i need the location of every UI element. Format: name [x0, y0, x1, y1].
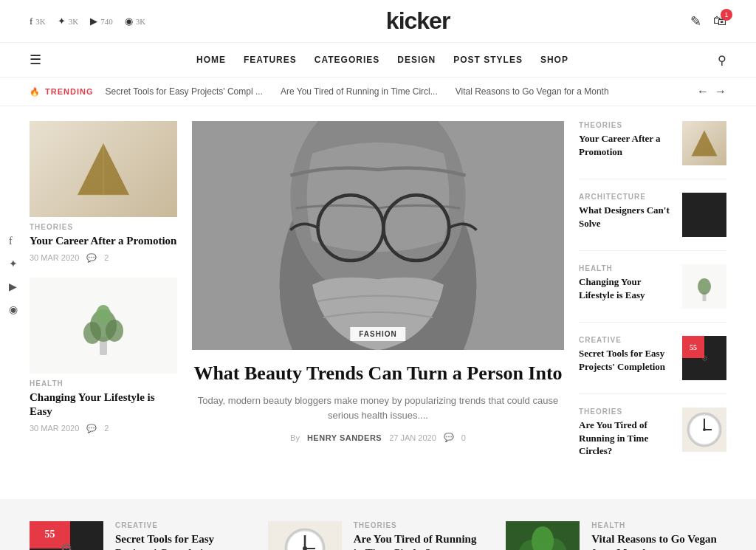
bottom-card-0-title: Secret Tools for Easy Projects' Completi…	[115, 532, 250, 550]
twitter-icon: ✦	[58, 16, 66, 27]
right-card-3[interactable]: CREATIVE Secret Tools for Easy Projects'…	[579, 336, 726, 394]
featured-author: HENRY SANDERS	[307, 433, 382, 442]
youtube-link[interactable]: ▶ 740	[90, 16, 113, 27]
twitter-link[interactable]: ✦ 3K	[58, 16, 78, 27]
instagram-icon: ◉	[125, 16, 133, 27]
right-card-4-text: THEORIES Are You Tired of Running in Tim…	[579, 408, 673, 458]
featured-title: What Beauty Trends Can Turn a Person Int…	[192, 362, 564, 386]
right-card-1-image	[682, 193, 726, 237]
nav-home[interactable]: HOME	[196, 55, 226, 65]
svg-point-6	[106, 320, 123, 342]
twitter-count: 3K	[69, 17, 78, 26]
comment-icon-featured: 💬	[444, 433, 454, 442]
right-card-1-text: ARCHITECTURE What Designers Can't Solve	[579, 193, 673, 230]
bottom-card-0-category: CREATIVE	[115, 521, 250, 529]
left-card-0-date: 30 MAR 2020	[30, 253, 79, 262]
trending-next[interactable]: →	[715, 85, 726, 98]
left-card-0-comments: 2	[104, 253, 109, 262]
instagram-link[interactable]: ◉ 3K	[125, 16, 145, 27]
trending-item-0[interactable]: Secret Tools for Easy Projects' Compl ..…	[105, 86, 262, 97]
bottom-card-0-image: 55 ⚙	[30, 521, 103, 550]
right-card-1-category: ARCHITECTURE	[579, 193, 673, 201]
bottom-card-2-title: Vital Reasons to Go Vegan for a Month	[591, 532, 726, 550]
left-card-0[interactable]: THEORIES Your Career After a Promotion 3…	[30, 121, 177, 263]
svg-point-22	[703, 428, 706, 431]
facebook-link[interactable]: f 3K	[30, 16, 46, 27]
right-card-3-text: CREATIVE Secret Tools for Easy Projects'…	[579, 336, 673, 373]
right-card-2[interactable]: HEALTH Changing Your Lifestyle is Easy	[579, 264, 726, 323]
right-card-0[interactable]: THEORIES Your Career After a Promotion	[579, 121, 726, 179]
site-logo[interactable]: kicker	[386, 7, 450, 35]
left-card-1-meta: 30 MAR 2020 💬 2	[30, 424, 177, 433]
nav-shop[interactable]: SHOP	[540, 55, 568, 65]
right-column: THEORIES Your Career After a Promotion A…	[579, 121, 726, 484]
search-icon[interactable]: ⚲	[718, 53, 726, 67]
right-card-0-text: THEORIES Your Career After a Promotion	[579, 121, 673, 158]
bottom-section: 55 ⚙ CREATIVE Secret Tools for Easy Proj…	[0, 499, 756, 550]
trending-label: 🔥 TRENDING	[30, 87, 93, 97]
bottom-card-1[interactable]: THEORIES Are You Tired of Running in Tim…	[268, 521, 489, 550]
comment-icon-0: 💬	[86, 253, 97, 263]
meta-by-text: By	[290, 433, 300, 442]
sidebar-instagram-icon[interactable]: ◉	[9, 303, 18, 315]
hamburger-menu[interactable]: ☰	[30, 52, 41, 68]
nav-links: HOME FEATURES CATEGORIES DESIGN POST STY…	[65, 55, 700, 65]
right-card-4[interactable]: THEORIES Are You Tired of Running in Tim…	[579, 408, 726, 471]
right-card-2-image	[682, 264, 726, 309]
right-card-1[interactable]: ARCHITECTURE What Designers Can't Solve	[579, 193, 726, 251]
right-card-4-category: THEORIES	[579, 408, 673, 416]
trending-prev[interactable]: ←	[697, 85, 709, 98]
left-card-0-meta: 30 MAR 2020 💬 2	[30, 253, 177, 263]
top-bar: f 3K ✦ 3K ▶ 740 ◉ 3K kicker ✎ 🛍 1	[0, 0, 756, 43]
left-card-1-image	[30, 278, 177, 374]
sidebar-youtube-icon[interactable]: ▶	[9, 280, 18, 292]
plant-image	[30, 278, 177, 374]
right-card-0-title: Your Career After a Promotion	[579, 132, 673, 158]
trending-nav: ← →	[697, 85, 726, 98]
left-card-0-category: THEORIES	[30, 223, 177, 231]
nav-features[interactable]: FEATURES	[244, 55, 297, 65]
facebook-count: 3K	[35, 17, 45, 26]
social-links: f 3K ✦ 3K ▶ 740 ◉ 3K	[30, 16, 145, 27]
bottom-card-0[interactable]: 55 ⚙ CREATIVE Secret Tools for Easy Proj…	[30, 521, 250, 550]
featured-category-badge: FASHION	[350, 327, 405, 341]
right-card-4-image	[682, 408, 726, 452]
trending-bar: 🔥 TRENDING Secret Tools for Easy Project…	[0, 78, 756, 106]
bottom-card-2[interactable]: HEALTH Vital Reasons to Go Vegan for a M…	[506, 521, 726, 550]
right-card-4-title: Are You Tired of Running in Time Circles…	[579, 419, 673, 458]
right-card-2-title: Changing Your Lifestyle is Easy	[579, 275, 673, 301]
bottom-card-2-image	[506, 521, 580, 550]
svg-marker-15	[692, 131, 718, 157]
featured-image: FASHION	[192, 121, 564, 350]
right-card-3-category: CREATIVE	[579, 336, 673, 344]
nav-design[interactable]: DESIGN	[397, 55, 436, 65]
trending-item-2[interactable]: Vital Reasons to Go Vegan for a Month	[456, 86, 609, 97]
right-card-3-image: 55 ⚙	[682, 336, 726, 380]
bottom-card-1-image	[268, 521, 342, 550]
main-content: THEORIES Your Career After a Promotion 3…	[0, 106, 756, 499]
bottom-card-2-info: HEALTH Vital Reasons to Go Vegan for a M…	[591, 521, 726, 550]
user-icon[interactable]: ✎	[690, 13, 701, 30]
left-card-1-title: Changing Your Lifestyle is Easy	[30, 391, 177, 419]
right-card-2-text: HEALTH Changing Your Lifestyle is Easy	[579, 264, 673, 301]
fire-icon: 🔥	[30, 87, 41, 97]
nav-post-styles[interactable]: POST STYLES	[453, 55, 523, 65]
triangle-image	[30, 121, 177, 217]
bottom-grid: 55 ⚙ CREATIVE Secret Tools for Easy Proj…	[30, 521, 726, 550]
trending-text: TRENDING	[45, 87, 93, 96]
center-column[interactable]: FASHION What Beauty Trends Can Turn a Pe…	[192, 121, 564, 484]
nav-categories[interactable]: CATEGORIES	[315, 55, 379, 65]
bottom-card-1-info: THEORIES Are You Tired of Running in Tim…	[354, 521, 489, 550]
right-card-1-title: What Designers Can't Solve	[579, 204, 673, 230]
sidebar-twitter-icon[interactable]: ✦	[9, 257, 18, 269]
trending-item-1[interactable]: Are You Tired of Running in Time Circl..…	[281, 86, 438, 97]
left-card-0-image	[30, 121, 177, 217]
right-card-2-category: HEALTH	[579, 264, 673, 272]
bottom-card-0-info: CREATIVE Secret Tools for Easy Projects'…	[115, 521, 250, 550]
sidebar-facebook-icon[interactable]: f	[9, 235, 18, 247]
left-card-1[interactable]: HEALTH Changing Your Lifestyle is Easy 3…	[30, 278, 177, 433]
youtube-icon: ▶	[90, 16, 97, 27]
social-sidebar: f ✦ ▶ ◉	[9, 235, 18, 315]
bottom-card-1-title: Are You Tired of Running in Time Circles…	[354, 532, 489, 550]
cart-icon[interactable]: 🛍 1	[713, 13, 726, 29]
